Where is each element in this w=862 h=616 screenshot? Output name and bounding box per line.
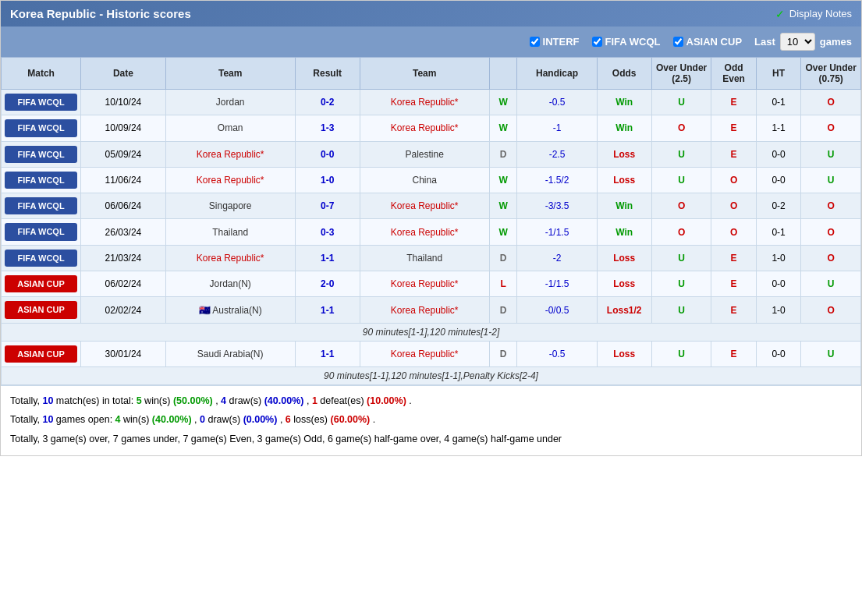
oddeven-cell: E xyxy=(711,297,756,323)
ht-cell: 0-1 xyxy=(756,219,800,245)
ou075-cell: O xyxy=(801,115,861,141)
col-ou075: Over Under (0.75) xyxy=(801,58,861,90)
ou25-cell: U xyxy=(651,245,711,271)
s2-end: . xyxy=(373,414,375,425)
ou25-cell: O xyxy=(651,115,711,141)
result-cell: 1-1 xyxy=(295,245,360,271)
summary-line2: Totally, 10 games open: 4 win(s) (40.00%… xyxy=(10,411,852,429)
result-cell: 0-0 xyxy=(295,141,360,167)
note-row: 90 minutes[1-1],120 minutes[1-1],Penalty… xyxy=(2,366,861,384)
team1-cell: Korea Republic* xyxy=(165,167,295,193)
match-type-cell: FIFA WCQL xyxy=(2,219,81,245)
ou075-cell: U xyxy=(801,341,861,366)
ou25-cell: U xyxy=(651,141,711,167)
odds-cell: Win xyxy=(597,193,651,219)
fifa-wcql-checkbox[interactable] xyxy=(592,37,602,47)
date-cell: 06/02/24 xyxy=(81,271,166,297)
match-type-badge: FIFA WCQL xyxy=(5,94,77,111)
s1-mid6: defeat(es) xyxy=(320,395,364,406)
oddeven-cell: E xyxy=(711,245,756,271)
s2-draw-pct: (0.00%) xyxy=(243,414,278,425)
match-type-cell: FIFA WCQL xyxy=(2,167,81,193)
team2-cell: Korea Republic* xyxy=(360,90,489,115)
asian-cup-checkbox[interactable] xyxy=(673,37,683,47)
wd-cell: D xyxy=(489,245,517,271)
last-games-select[interactable]: 10 5 20 xyxy=(780,33,815,51)
handicap-cell: -2 xyxy=(517,245,597,271)
s1-mid5: , xyxy=(307,395,312,406)
note-cell: 90 minutes[1-1],120 minutes[1-1],Penalty… xyxy=(2,366,861,384)
team2-cell: Korea Republic* xyxy=(360,297,489,323)
ht-cell: 0-0 xyxy=(756,141,800,167)
result-cell: 1-1 xyxy=(295,341,360,366)
date-cell: 02/02/24 xyxy=(81,297,166,323)
ht-cell: 0-0 xyxy=(756,341,800,366)
fifa-wcql-label: FIFA WCQL xyxy=(605,36,661,48)
date-cell: 30/01/24 xyxy=(81,341,166,366)
page-header: Korea Republic - Historic scores ✓ Displ… xyxy=(1,1,861,27)
s2-pre: Totally, xyxy=(10,414,42,425)
s1-defeat-pct: (10.00%) xyxy=(367,395,406,406)
col-date: Date xyxy=(81,58,166,90)
s2-loss-pct: (60.00%) xyxy=(331,414,371,425)
s2-mid1: games open: xyxy=(56,414,115,425)
ht-cell: 0-0 xyxy=(756,271,800,297)
date-cell: 11/06/24 xyxy=(81,167,166,193)
oddeven-cell: E xyxy=(711,141,756,167)
table-row: FIFA WCQL26/03/24Thailand0-3Korea Republ… xyxy=(2,219,861,245)
page-title: Korea Republic - Historic scores xyxy=(10,7,191,20)
handicap-cell: -0.5 xyxy=(517,341,597,366)
ou25-cell: U xyxy=(651,297,711,323)
team1-cell: Korea Republic* xyxy=(165,141,295,167)
s2-draws: 0 xyxy=(200,414,205,425)
odds-cell: Win xyxy=(597,115,651,141)
table-row: ASIAN CUP02/02/24🇦🇺 Australia(N)1-1Korea… xyxy=(2,297,861,323)
interf-checkbox[interactable] xyxy=(530,37,540,47)
team1-cell: 🇦🇺 Australia(N) xyxy=(165,297,295,323)
wd-cell: D xyxy=(489,141,517,167)
handicap-cell: -1/1.5 xyxy=(517,271,597,297)
result-cell: 0-2 xyxy=(295,90,360,115)
oddeven-cell: E xyxy=(711,271,756,297)
wd-cell: D xyxy=(489,297,517,323)
date-cell: 06/06/24 xyxy=(81,193,166,219)
games-label: games xyxy=(820,36,852,48)
col-oddeven: Odd Even xyxy=(711,58,756,90)
team2-cell: Korea Republic* xyxy=(360,115,489,141)
col-handicap: Handicap xyxy=(517,58,597,90)
ou075-cell: U xyxy=(801,271,861,297)
oddeven-cell: O xyxy=(711,193,756,219)
ht-cell: 1-0 xyxy=(756,297,800,323)
date-cell: 26/03/24 xyxy=(81,219,166,245)
handicap-cell: -0/0.5 xyxy=(517,297,597,323)
ou25-cell: U xyxy=(651,341,711,366)
match-type-cell: ASIAN CUP xyxy=(2,297,81,323)
odds-cell: Loss xyxy=(597,245,651,271)
s1-pre: Totally, xyxy=(10,395,42,406)
s1-mid2: win(s) xyxy=(144,395,170,406)
match-type-cell: FIFA WCQL xyxy=(2,115,81,141)
note-cell: 90 minutes[1-1],120 minutes[1-2] xyxy=(2,323,861,341)
wd-cell: W xyxy=(489,193,517,219)
match-type-badge: FIFA WCQL xyxy=(5,223,77,240)
summary-line3: Totally, 3 game(s) over, 7 games under, … xyxy=(10,430,852,448)
ht-cell: 0-2 xyxy=(756,193,800,219)
ou075-cell: O xyxy=(801,193,861,219)
table-row: FIFA WCQL10/09/24Oman1-3Korea Republic*W… xyxy=(2,115,861,141)
ou075-cell: O xyxy=(801,219,861,245)
ou25-cell: U xyxy=(651,271,711,297)
s2-mid5: , xyxy=(280,414,286,425)
ou25-cell: U xyxy=(651,167,711,193)
display-notes-label[interactable]: Display Notes xyxy=(789,8,852,19)
handicap-cell: -1.5/2 xyxy=(517,167,597,193)
result-cell: 1-0 xyxy=(295,167,360,193)
s1-total: 10 xyxy=(42,395,53,406)
date-cell: 10/10/24 xyxy=(81,90,166,115)
date-cell: 05/09/24 xyxy=(81,141,166,167)
team1-cell: Jordan xyxy=(165,90,295,115)
odds-cell: Loss1/2 xyxy=(597,297,651,323)
team1-cell: Korea Republic* xyxy=(165,245,295,271)
odds-cell: Loss xyxy=(597,167,651,193)
odds-cell: Win xyxy=(597,90,651,115)
ou075-cell: O xyxy=(801,297,861,323)
